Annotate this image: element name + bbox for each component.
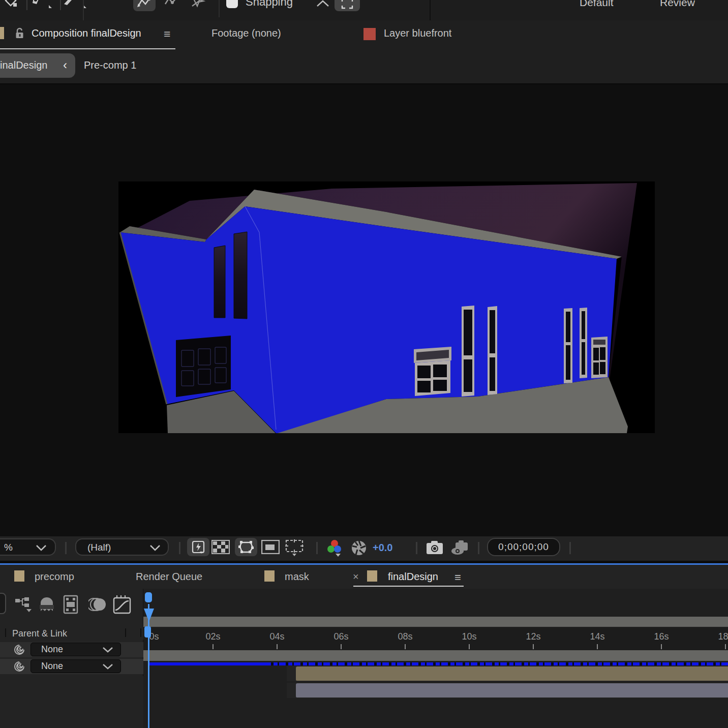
building-door-small [591, 337, 608, 378]
caret-up-icon[interactable] [316, 0, 329, 8]
parent-dropdown-1[interactable]: None [31, 643, 121, 656]
breadcrumb-parent-label: inalDesign [0, 59, 47, 71]
panel-boundary [430, 0, 431, 20]
toolbar-separator [219, 0, 220, 17]
breadcrumb-back-button[interactable]: inalDesign ‹ [0, 53, 75, 78]
resolution-dropdown[interactable]: (Half) [75, 538, 169, 556]
resolution-value: (Half) [87, 542, 111, 553]
exposure-button[interactable] [351, 540, 367, 556]
layer-bar-2[interactable] [296, 683, 728, 697]
transparency-grid-button[interactable] [211, 540, 230, 554]
exposure-value[interactable]: +0.0 [373, 542, 392, 554]
search-box-edge[interactable] [0, 593, 6, 614]
toolbar-separator [65, 542, 67, 554]
toolbar-separator [569, 542, 571, 554]
snapping-checkbox[interactable] [226, 0, 238, 8]
timeline-ruler-zone: 0s 02s 04s 06s 08s 10s 12s 14s 16s 18s [143, 589, 728, 728]
building-door-white [414, 347, 451, 396]
ruler-label: 16s [650, 631, 673, 642]
ruler-label: 12s [522, 631, 544, 642]
toolbar-separator [316, 542, 318, 554]
tab-footage-none[interactable]: Footage (none) [211, 27, 281, 39]
frame-blend-ghost-icon[interactable] [39, 596, 55, 613]
magnification-dropdown[interactable]: % [0, 538, 56, 556]
show-snapshot-button[interactable] [450, 540, 470, 556]
prev-tab-swatch [0, 27, 4, 39]
fast-preview-button[interactable] [187, 538, 209, 556]
chevron-down-icon [102, 663, 113, 670]
ruler-label: 04s [266, 631, 288, 642]
filmstrip-icon[interactable] [63, 595, 78, 614]
mask-visibility-button[interactable] [235, 538, 257, 556]
exposure-aperture-icon [351, 540, 367, 556]
channels-button[interactable] [325, 539, 344, 557]
tab-finaldesign[interactable]: finalDesign [388, 571, 438, 583]
work-area-bar[interactable] [143, 650, 728, 661]
tab-precomp[interactable]: precomp [35, 571, 74, 583]
lock-open-icon[interactable] [14, 27, 25, 40]
guides-button[interactable] [285, 539, 305, 556]
toolbar-separator [478, 542, 479, 554]
comp-flowchart-icon[interactable] [14, 597, 35, 614]
channels-rgb-icon [325, 539, 344, 557]
tab-layer-bluefront[interactable]: Layer bluefront [384, 27, 451, 39]
mask-visibility-icon [238, 540, 254, 554]
comp-render-3d-building [118, 181, 655, 433]
left-column-filler [0, 676, 143, 728]
expand-button[interactable] [335, 0, 360, 11]
take-snapshot-button[interactable] [426, 540, 444, 555]
parent-value: None [41, 644, 63, 655]
playhead-marker[interactable] [144, 609, 154, 622]
layer-row-2-controls: None [0, 659, 143, 674]
active-tab-underline [353, 586, 464, 587]
tab-render-queue[interactable]: Render Queue [136, 571, 202, 583]
tab-mask[interactable]: mask [285, 571, 309, 583]
parent-link-header: Parent & Link [0, 626, 143, 640]
chevron-down-icon [149, 544, 161, 552]
close-icon[interactable]: × [353, 571, 359, 583]
breadcrumb-current-label: Pre-comp 1 [84, 59, 136, 71]
rotate-tool-icon[interactable] [3, 0, 18, 8]
comp-swatch [367, 570, 377, 582]
ruler-label: 08s [394, 631, 416, 642]
pick-whip-icon[interactable] [14, 661, 25, 672]
ruler-label: 14s [586, 631, 609, 642]
panel-menu-icon[interactable]: ≡ [164, 27, 170, 41]
transparency-grid-icon [211, 540, 230, 554]
time-ruler[interactable]: 0s 02s 04s 06s 08s 10s 12s 14s 16s 18s [143, 628, 728, 651]
graph-editor-icon[interactable] [113, 595, 131, 614]
motion-blur-icon[interactable] [88, 596, 107, 613]
viewer-toolbar: % (Half) [0, 536, 728, 561]
layer-bar-1[interactable] [296, 666, 728, 681]
pan-camera-icon[interactable] [164, 0, 180, 9]
building-door-dark [176, 336, 231, 397]
layer-track-2 [287, 683, 728, 698]
timeline-tab-bar: precomp Render Queue mask × finalDesign … [0, 565, 728, 589]
magnification-value: % [4, 542, 13, 553]
composition-viewer[interactable] [0, 84, 728, 536]
dolly-camera-icon[interactable] [191, 0, 206, 9]
layer-tab-swatch [363, 28, 376, 40]
pen-tool-icon[interactable] [28, 0, 53, 10]
parent-link-label: Parent & Link [12, 628, 67, 639]
current-time-field[interactable]: 0;00;00;00 [487, 538, 560, 556]
time-navigator-bar[interactable] [143, 617, 728, 627]
workspace-review[interactable]: Review [660, 0, 695, 9]
ruler-label: 10s [458, 631, 480, 642]
orbit-camera-button[interactable] [133, 0, 156, 11]
guides-icon [285, 539, 305, 556]
cache-indicator-dashed [264, 662, 728, 665]
region-of-interest-button[interactable] [261, 540, 280, 554]
playhead-workarea-handle[interactable] [144, 626, 151, 638]
tab-composition-finaldesign[interactable]: Composition finalDesign [32, 27, 141, 39]
workspace-default[interactable]: Default [580, 0, 614, 9]
top-toolbar: Snapping Default Review [0, 0, 728, 21]
panel-menu-icon[interactable]: ≡ [454, 571, 461, 584]
parent-value: None [41, 661, 63, 672]
layer-row-1-controls: None [0, 642, 143, 657]
chevron-down-icon [102, 647, 113, 653]
playhead-line[interactable] [148, 604, 149, 728]
playhead-navigator-handle[interactable] [145, 592, 152, 602]
parent-dropdown-2[interactable]: None [31, 659, 121, 673]
pick-whip-icon[interactable] [14, 644, 25, 655]
